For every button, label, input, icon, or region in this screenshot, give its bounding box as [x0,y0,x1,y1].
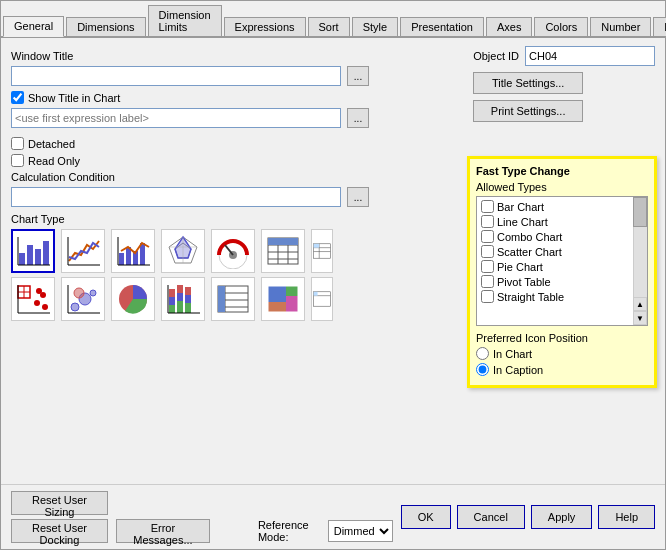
svg-rect-75 [286,296,298,312]
tab-colors[interactable]: Colors [534,17,588,36]
cancel-btn[interactable]: Cancel [457,505,525,529]
chart-icon-partial[interactable] [311,229,333,273]
pie-chart-label: Pie Chart [497,261,543,273]
reset-docking-btn[interactable]: Reset User Docking [11,519,108,543]
chart-type-label: Chart Type [11,213,357,225]
svg-rect-57 [177,301,183,313]
chart-icon-bubble[interactable] [61,277,105,321]
list-item-pie: Pie Chart [479,259,645,274]
straight-table-checkbox[interactable] [481,290,494,303]
chart-icon-pie[interactable] [111,277,155,321]
list-scrollbar-down[interactable]: ▼ [633,311,647,325]
bottom-bar: Reset User Sizing Reset User Docking Err… [1,484,665,549]
chart-icon-stacked[interactable] [161,277,205,321]
chart-icon-table[interactable] [261,229,305,273]
title-browse-btn[interactable]: ... [347,108,369,128]
in-caption-radio[interactable] [476,363,489,376]
svg-point-48 [74,288,84,298]
svg-line-21 [225,245,233,255]
object-id-label: Object ID [473,50,519,62]
svg-rect-2 [35,249,41,265]
detached-checkbox[interactable] [11,137,24,150]
svg-rect-56 [177,285,183,293]
chart-icon-combo[interactable] [111,229,155,273]
reset-sizing-btn[interactable]: Reset User Sizing [11,491,108,515]
svg-point-42 [40,292,46,298]
list-item-line: Line Chart [479,214,645,229]
list-scrollbar-track: ▲ ▼ [633,197,647,325]
title-settings-btn[interactable]: Title Settings... [473,72,583,94]
list-scrollbar-up[interactable]: ▲ [633,297,647,311]
line-chart-label: Line Chart [497,216,548,228]
svg-rect-71 [218,307,225,312]
object-id-input[interactable] [525,46,655,66]
svg-rect-60 [185,303,191,313]
svg-point-40 [34,300,40,306]
svg-rect-54 [169,305,175,313]
content-area: Window Title ... Show Title in Chart ... [1,38,665,484]
chart-icon-scatter[interactable] [11,277,55,321]
reference-mode-select[interactable]: Dimmed Normal Hidden [328,520,393,542]
help-btn[interactable]: Help [598,505,655,529]
calc-condition-input[interactable] [11,187,341,207]
combo-chart-checkbox[interactable] [481,230,494,243]
svg-rect-1 [27,245,33,265]
tab-style[interactable]: Style [352,17,398,36]
fast-type-change-panel: Fast Type Change Allowed Types Bar Chart… [467,156,657,388]
svg-rect-29 [278,238,288,245]
error-messages-btn[interactable]: Error Messages... [116,519,210,543]
tab-number[interactable]: Number [590,17,651,36]
bar-chart-label: Bar Chart [497,201,544,213]
show-title-checkbox[interactable] [11,91,24,104]
chart-icon-bar[interactable] [11,229,55,273]
tab-general[interactable]: General [3,16,64,37]
tab-sort[interactable]: Sort [308,17,350,36]
tab-dimension-limits[interactable]: Dimension Limits [148,5,222,36]
chart-icon-treemap[interactable] [261,277,305,321]
chart-icons-grid [11,229,357,273]
bar-chart-checkbox[interactable] [481,200,494,213]
svg-rect-0 [19,253,25,265]
pivot-table-checkbox[interactable] [481,275,494,288]
print-settings-btn[interactable]: Print Settings... [473,100,583,122]
scatter-chart-checkbox[interactable] [481,245,494,258]
read-only-checkbox[interactable] [11,154,24,167]
tab-dimensions[interactable]: Dimensions [66,17,145,36]
tab-bar: General Dimensions Dimension Limits Expr… [1,1,665,38]
tab-axes[interactable]: Axes [486,17,532,36]
title-input[interactable] [11,108,341,128]
tab-expressions[interactable]: Expressions [224,17,306,36]
svg-rect-55 [177,293,183,301]
list-item-pivot: Pivot Table [479,274,645,289]
reference-mode-label: Reference Mode: [258,519,324,543]
tab-presentation[interactable]: Presentation [400,17,484,36]
svg-rect-73 [268,302,286,312]
chart-icon-partial2[interactable] [311,277,333,321]
line-chart-checkbox[interactable] [481,215,494,228]
chart-icon-line[interactable] [61,229,105,273]
show-title-label: Show Title in Chart [28,92,120,104]
chart-icon-pivot[interactable] [211,277,255,321]
chart-icon-gauge[interactable] [211,229,255,273]
svg-rect-53 [169,289,175,297]
read-only-label: Read Only [28,155,80,167]
chart-icon-radar[interactable] [161,229,205,273]
svg-point-41 [42,304,48,310]
reference-mode-row: Reference Mode: Dimmed Normal Hidden [258,519,393,543]
calc-condition-browse-btn[interactable]: ... [347,187,369,207]
list-item-scatter: Scatter Chart [479,244,645,259]
list-scrollbar-thumb[interactable] [633,197,647,227]
pie-chart-checkbox[interactable] [481,260,494,273]
apply-btn[interactable]: Apply [531,505,593,529]
preferred-label: Preferred Icon Position [476,332,648,344]
svg-rect-58 [185,295,191,303]
in-chart-radio[interactable] [476,347,489,360]
window-title-label: Window Title [11,50,463,62]
in-chart-label: In Chart [493,348,532,360]
tab-font[interactable]: Font [653,17,666,36]
list-item-straight: Straight Table [479,289,645,304]
ok-btn[interactable]: OK [401,505,451,529]
window-title-input[interactable] [11,66,341,86]
allowed-types-list[interactable]: Bar Chart Line Chart Combo Chart Scatter… [476,196,648,326]
window-title-browse-btn[interactable]: ... [347,66,369,86]
